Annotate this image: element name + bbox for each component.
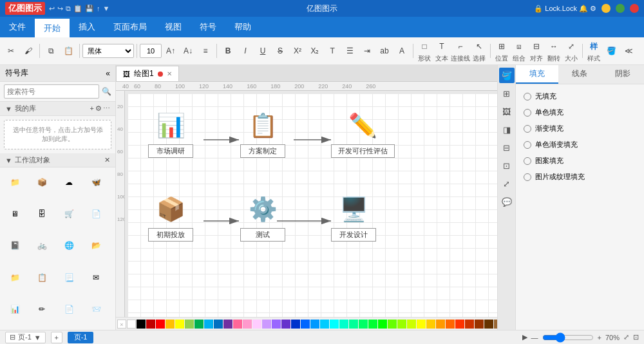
panel-tab-line[interactable]: 线条 [558, 65, 601, 84]
menu-start[interactable]: 开始 [35, 17, 70, 37]
color-31[interactable] [417, 320, 426, 329]
size-button[interactable]: ⤢ [563, 39, 580, 54]
expand-icon[interactable]: ▼ [5, 105, 12, 113]
position-button[interactable]: ⊞ [493, 39, 510, 54]
shape-item-14[interactable]: 📃 [57, 265, 81, 290]
italic-button[interactable]: I [237, 43, 254, 59]
sidebar-expand-icon[interactable]: « [106, 69, 110, 78]
list-button[interactable]: ☰ [341, 43, 358, 59]
subscript-button[interactable]: X₂ [307, 43, 323, 59]
image-icon-btn[interactable]: 🖼 [499, 104, 515, 119]
style-button[interactable]: 样 [585, 39, 602, 54]
font-size-up-button[interactable]: A↑ [162, 43, 179, 59]
color-4[interactable] [156, 320, 165, 329]
shape-item-10[interactable]: 🌐 [57, 233, 81, 258]
font-size-input[interactable] [140, 44, 162, 58]
color-38[interactable] [484, 320, 493, 329]
node-dev[interactable]: 🖥️ 开发设计 [331, 193, 376, 242]
color-17[interactable] [281, 320, 290, 329]
color-21[interactable] [320, 320, 329, 329]
color-23[interactable] [339, 320, 348, 329]
actual-size-button[interactable]: ⊡ [633, 333, 639, 341]
color-8[interactable] [194, 320, 204, 329]
color-1[interactable] [127, 320, 136, 329]
menu-page-layout[interactable]: 页面布局 [104, 17, 156, 37]
zoom-in-button[interactable]: + [598, 334, 601, 341]
shape-item-5[interactable]: 🗄 [30, 202, 54, 226]
layer-icon-btn[interactable]: ◨ [499, 122, 515, 137]
minimize-button[interactable] [601, 4, 611, 13]
color-37[interactable] [475, 320, 484, 329]
combine-button[interactable]: ⧆ [511, 39, 527, 54]
font-size-down-button[interactable]: A↓ [180, 43, 196, 59]
color-9[interactable] [204, 320, 213, 329]
export-icon[interactable]: ↑ [97, 5, 100, 13]
color-24[interactable] [349, 320, 358, 329]
color-15[interactable] [262, 320, 271, 329]
shape-item-7[interactable]: 📄 [84, 202, 108, 226]
color-19[interactable] [301, 320, 310, 329]
paste-format-button[interactable]: 🖌 [20, 43, 37, 59]
color-6[interactable] [175, 320, 184, 329]
cut-button[interactable]: ✂ [3, 43, 19, 59]
menu-view[interactable]: 视图 [156, 17, 191, 37]
node-test[interactable]: ⚙️ 测试 [240, 193, 285, 242]
superscript-button[interactable]: X² [289, 43, 306, 59]
color-10[interactable] [214, 320, 223, 329]
play-button[interactable]: ▶ [522, 333, 527, 341]
color-transparent[interactable]: × [117, 320, 126, 329]
undo-icon[interactable]: ↩ [49, 5, 55, 13]
font-family-select[interactable]: 黑体 宋体 微软雅黑 [82, 44, 134, 58]
canvas-tab-1[interactable]: 🖼 绘图1 ✕ [116, 66, 179, 81]
search-icon[interactable]: 🔍 [102, 87, 111, 96]
color-36[interactable] [465, 320, 474, 329]
underline-button[interactable]: U [254, 43, 271, 59]
color-25[interactable] [359, 320, 368, 329]
comment-icon-btn[interactable]: 💬 [499, 194, 515, 209]
connector-button[interactable]: ⌐ [452, 39, 469, 54]
shape-item-12[interactable]: 📁 [3, 265, 27, 290]
zoom-slider[interactable] [542, 333, 594, 342]
color-7[interactable] [185, 320, 194, 329]
add-icon[interactable]: + [90, 104, 94, 113]
color-29[interactable] [397, 320, 406, 329]
tab-close-button[interactable]: ✕ [167, 70, 172, 77]
shape-item-19[interactable]: 📨 [84, 297, 108, 321]
color-34[interactable] [446, 320, 455, 329]
shape-item-6[interactable]: 🛒 [57, 202, 81, 226]
color-20[interactable] [310, 320, 319, 329]
current-page-tab[interactable]: 页-1 [68, 332, 94, 343]
fill-option-solid[interactable]: 单色填充 [521, 106, 639, 119]
shape-item-3[interactable]: 🦋 [84, 170, 108, 195]
color-13[interactable] [243, 320, 252, 329]
align-button2[interactable]: ⊟ [528, 39, 545, 54]
flip-button[interactable]: ↔ [545, 39, 562, 54]
workflow-close-icon[interactable]: ✕ [104, 156, 110, 164]
search-input[interactable] [4, 84, 99, 99]
color-16[interactable] [272, 320, 281, 329]
grid-icon-btn[interactable]: ⊞ [499, 86, 515, 101]
more-tools[interactable]: ≪ [620, 43, 637, 59]
menu-file[interactable]: 文件 [0, 17, 35, 37]
more-icon[interactable]: ▼ [103, 5, 110, 13]
dots-icon[interactable]: ⋯ [103, 104, 110, 113]
font-color-button[interactable]: A [393, 43, 410, 59]
bold-button[interactable]: B [220, 43, 236, 59]
shape-item-18[interactable]: 📄 [57, 297, 81, 321]
save-icon[interactable]: 💾 [85, 5, 94, 13]
text-format-button[interactable]: Ꭲ [324, 43, 341, 59]
strikethrough-button[interactable]: S [272, 43, 289, 59]
shape-item-1[interactable]: 📦 [30, 170, 54, 195]
color-33[interactable] [436, 320, 445, 329]
node-launch[interactable]: 📦 初期投放 [148, 193, 193, 242]
shape-button[interactable]: □ [416, 39, 433, 54]
menu-symbol[interactable]: 符号 [191, 17, 225, 37]
data-icon-btn[interactable]: ⊡ [499, 158, 515, 173]
shape-item-11[interactable]: 📂 [84, 233, 108, 258]
align-button[interactable]: ≡ [197, 43, 214, 59]
settings-icon[interactable]: ⚙ [95, 104, 102, 113]
shape-item-13[interactable]: 📋 [30, 265, 54, 290]
node-plan[interactable]: 📋 方案制定 [240, 110, 285, 158]
shape-item-9[interactable]: 🚲 [30, 233, 54, 258]
text-style-ab[interactable]: ab [376, 43, 393, 59]
